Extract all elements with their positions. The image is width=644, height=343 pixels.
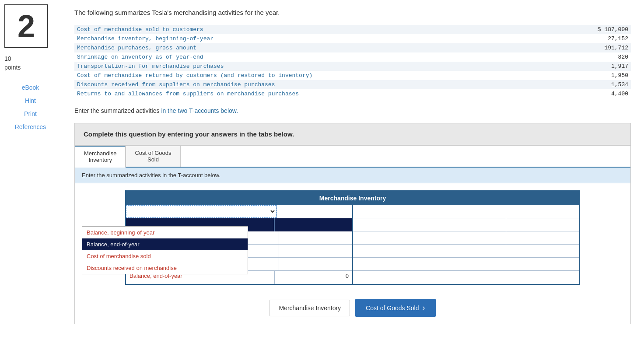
data-label: Discounts received from suppliers on mer… (74, 80, 464, 89)
sidebar-link-ebook[interactable]: eBook (4, 84, 56, 91)
data-row: Returns to and allowances from suppliers… (74, 89, 631, 98)
right-row-5 (353, 258, 579, 271)
tabs-header: MerchandiseInventory Cost of GoodsSold (75, 146, 630, 168)
right-input-5[interactable] (506, 258, 579, 268)
sidebar: 2 10 points eBook Hint Print References (0, 0, 61, 343)
sidebar-link-print[interactable]: Print (4, 110, 56, 117)
right-input-3[interactable] (506, 231, 579, 242)
right-val-1[interactable] (506, 205, 579, 218)
t-account-wrapper: Merchandise Inventory Balance, beginning… (75, 183, 630, 292)
t-account-right (353, 205, 579, 284)
bottom-nav: Merchandise Inventory Cost of Goods Sold… (75, 292, 630, 324)
points-text: points (4, 64, 21, 71)
data-label: Shrinkage on inventory as of year-end (74, 52, 464, 62)
right-row-1 (353, 205, 579, 218)
data-value: 27,152 (464, 34, 631, 43)
right-desc-1 (353, 205, 506, 218)
right-row-4 (353, 245, 579, 258)
right-val-4[interactable] (506, 245, 579, 257)
complete-box: Complete this question by entering your … (74, 123, 631, 145)
t-account-header: Merchandise Inventory (126, 191, 579, 205)
val-4[interactable] (279, 245, 352, 257)
data-row: Discounts received from suppliers on mer… (74, 80, 631, 89)
right-input-2[interactable] (506, 218, 579, 228)
dropdown-list-overlay: Balance, beginning-of-year Balance, end-… (82, 226, 248, 274)
data-row: Transportation-in for merchandise purcha… (74, 62, 631, 71)
dropdown-option-cost-merch[interactable]: Cost of merchandise sold (82, 250, 248, 262)
dark-val (274, 218, 352, 231)
data-row: Merchandise purchases, gross amount 191,… (74, 43, 631, 52)
right-desc-5 (353, 258, 506, 270)
tabs-container: MerchandiseInventory Cost of GoodsSold E… (74, 145, 631, 324)
sidebar-link-references[interactable]: References (4, 123, 56, 130)
right-val-6[interactable] (506, 271, 579, 284)
data-value: 820 (464, 52, 631, 62)
data-value: 4,400 (464, 89, 631, 98)
data-label: Cost of merchandise returned by customer… (74, 71, 464, 80)
right-val-3[interactable] (506, 231, 579, 244)
value-input-3[interactable] (279, 231, 352, 242)
tab-instruction: Enter the summarized activities in the T… (75, 168, 630, 183)
tab2-nav-label: Cost of Goods Sold (366, 304, 419, 312)
tab2-nav-button[interactable]: Cost of Goods Sold › (355, 299, 435, 317)
balance-end-val: 0 (275, 271, 352, 284)
data-row: Shrinkage on inventory as of year-end 82… (74, 52, 631, 62)
entry-dropdown-1[interactable]: Balance, beginning-of-year Balance, end-… (126, 205, 276, 218)
dropdown-option-balance-end[interactable]: Balance, end-of-year (82, 238, 248, 250)
data-label: Transportation-in for merchandise purcha… (74, 62, 464, 71)
dropdown-cell[interactable]: Balance, beginning-of-year Balance, end-… (126, 205, 277, 218)
balance-begin-input[interactable] (279, 258, 352, 268)
data-value: 1,950 (464, 71, 631, 80)
tab1-nav-button[interactable]: Merchandise Inventory (270, 300, 350, 316)
right-input-6[interactable] (506, 271, 579, 281)
tab2-nav-arrow: › (423, 303, 425, 312)
data-label: Cost of merchandise sold to customers (74, 25, 464, 34)
right-row-3 (353, 231, 579, 245)
data-label: Merchandise inventory, beginning-of-year (74, 34, 464, 43)
balance-begin-val[interactable] (279, 258, 352, 270)
right-row-2 (353, 218, 579, 231)
right-desc-6 (353, 271, 506, 284)
data-row: Cost of merchandise sold to customers $ … (74, 25, 631, 34)
main-content: The following summarizes Tesla's merchan… (61, 0, 644, 343)
right-desc-4 (353, 245, 506, 257)
val-3[interactable] (279, 231, 352, 244)
t-row-dropdown: Balance, beginning-of-year Balance, end-… (126, 205, 352, 218)
data-label: Returns to and allowances from suppliers… (74, 89, 464, 98)
data-value: 1,534 (464, 80, 631, 89)
data-table: Cost of merchandise sold to customers $ … (74, 25, 631, 98)
data-value: 191,712 (464, 43, 631, 52)
right-val-5[interactable] (506, 258, 579, 270)
question-text: The following summarizes Tesla's merchan… (74, 9, 631, 16)
value-input-1[interactable] (277, 205, 352, 215)
instruction-text: Enter the summarized activities in the t… (74, 107, 631, 114)
right-input-4[interactable] (506, 245, 579, 255)
dropdown-option-discounts[interactable]: Discounts received on merchandise (82, 262, 248, 274)
points-label: 10 (4, 55, 11, 62)
right-desc-3 (353, 231, 506, 244)
dropdown-option-balance-begin[interactable]: Balance, beginning-of-year (82, 227, 248, 238)
right-input-1[interactable] (506, 205, 579, 215)
right-desc-2 (353, 218, 506, 231)
value-input-4[interactable] (279, 245, 352, 255)
dropdown-val-1[interactable] (277, 205, 352, 218)
data-row: Cost of merchandise returned by customer… (74, 71, 631, 80)
right-row-6 (353, 271, 579, 284)
right-val-2[interactable] (506, 218, 579, 231)
data-value: $ 187,000 (464, 25, 631, 34)
data-value: 1,917 (464, 62, 631, 71)
data-row: Merchandise inventory, beginning-of-year… (74, 34, 631, 43)
tab-cost-of-goods-sold[interactable]: Cost of GoodsSold (126, 146, 180, 167)
sidebar-link-hint[interactable]: Hint (4, 97, 56, 104)
data-label: Merchandise purchases, gross amount (74, 43, 464, 52)
tab-merchandise-inventory[interactable]: MerchandiseInventory (75, 146, 126, 168)
question-number: 2 (4, 4, 48, 48)
